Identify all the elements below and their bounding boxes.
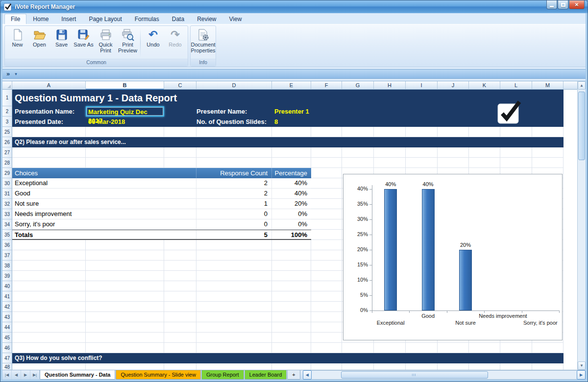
next-sheet-button[interactable]: ▶ <box>21 370 30 380</box>
slides-count-value[interactable]: 8 <box>272 117 301 127</box>
select-all-corner[interactable] <box>2 81 12 90</box>
column-header-a[interactable]: A <box>12 81 86 90</box>
row-header-30[interactable]: 30 <box>2 178 12 189</box>
scroll-right-icon[interactable]: ▶ <box>577 370 586 380</box>
column-header-d[interactable]: D <box>196 81 272 90</box>
percentage-cell: 0% <box>272 209 311 219</box>
scroll-down-icon[interactable]: ▼ <box>578 361 586 370</box>
first-sheet-button[interactable]: |◀ <box>2 370 12 380</box>
vertical-scrollbar[interactable]: ▲ ▼ <box>577 81 586 370</box>
ribbon-tab-insert[interactable]: Insert <box>55 14 82 24</box>
table-totals-row[interactable]: Totals 5 100% <box>12 230 311 240</box>
row-header-36[interactable]: 36 <box>2 240 12 250</box>
ribbon-tab-home[interactable]: Home <box>26 14 55 24</box>
table-row[interactable]: Good240% <box>12 189 311 199</box>
vertical-scroll-track[interactable] <box>578 90 586 361</box>
row-header-46[interactable]: 46 <box>2 343 12 353</box>
row-header-2[interactable]: 2 <box>2 106 12 117</box>
row-header-33[interactable]: 33 <box>2 209 12 219</box>
worksheet[interactable]: ABCDEFGHIJKLM 12325262728293031323334353… <box>2 81 577 370</box>
horizontal-scrollbar[interactable]: ◀ ▶ <box>303 370 586 380</box>
row-header-42[interactable]: 42 <box>2 302 12 312</box>
chart-object[interactable]: 0%5%10%15%20%25%30%35%40% 40%Exceptional… <box>343 174 563 340</box>
table-row[interactable]: Not sure120% <box>12 199 311 209</box>
active-cell-b2[interactable]: Marketing Quiz Dec 2017 <box>86 106 164 117</box>
row-header-31[interactable]: 31 <box>2 189 12 199</box>
sheet-tab-question-summary-data[interactable]: Question Summary - Data <box>40 370 115 380</box>
horizontal-scroll-track[interactable] <box>312 370 577 380</box>
column-header-f[interactable]: F <box>311 81 342 90</box>
sheet-tab-leader-board[interactable]: Leader Board <box>245 370 287 380</box>
row-header-39[interactable]: 39 <box>2 271 12 281</box>
save-button[interactable]: Save <box>50 27 73 59</box>
chart-x-axis <box>372 310 560 311</box>
ribbon-tab-review[interactable]: Review <box>191 14 222 24</box>
toolbar-dropdown-icon[interactable]: ▾ <box>15 72 17 76</box>
scroll-up-icon[interactable]: ▲ <box>578 81 586 90</box>
ribbon-tab-view[interactable]: View <box>223 14 248 24</box>
table-row[interactable]: Sorry, it's poor00% <box>12 219 311 230</box>
print-preview-button[interactable]: Print Preview <box>117 27 139 59</box>
row-header-48[interactable]: 48 <box>2 363 12 370</box>
undo-button[interactable]: ↶ Undo <box>142 27 164 59</box>
row-header-44[interactable]: 44 <box>2 322 12 333</box>
column-header-b[interactable]: B <box>86 81 164 90</box>
ribbon-tab-data[interactable]: Data <box>166 14 191 24</box>
column-header-m[interactable]: M <box>532 81 564 90</box>
previous-sheet-button[interactable]: ◀ <box>12 370 21 380</box>
redo-button[interactable]: ↷ Redo <box>164 27 186 59</box>
column-header-h[interactable]: H <box>374 81 406 90</box>
row-header-47[interactable]: 47 <box>2 353 12 363</box>
sheet-tab-question-summary-slide-view[interactable]: Question Summary - Slide view <box>116 370 200 380</box>
row-header-35[interactable]: 35 <box>2 230 12 240</box>
maximize-button[interactable] <box>558 0 568 9</box>
close-button[interactable]: ✕ <box>569 0 585 9</box>
document-properties-button[interactable]: Document Properties <box>192 27 214 59</box>
row-header-45[interactable]: 45 <box>2 333 12 343</box>
horizontal-scroll-thumb[interactable] <box>341 371 488 379</box>
sheet-tab-[interactable]: + <box>287 370 300 380</box>
table-row[interactable]: Needs improvement00% <box>12 209 311 219</box>
question2-banner[interactable]: Q2) Please rate our after sales service.… <box>12 137 564 147</box>
open-button[interactable]: Open <box>28 27 50 59</box>
row-header-41[interactable]: 41 <box>2 291 12 302</box>
minimize-button[interactable] <box>546 0 557 9</box>
row-header-27[interactable]: 27 <box>2 147 12 158</box>
row-header-25[interactable]: 25 <box>2 127 12 137</box>
presenter-name-value[interactable]: Presenter 1 <box>272 106 331 117</box>
row-header-43[interactable]: 43 <box>2 312 12 322</box>
quick-print-button[interactable]: Quick Print <box>95 27 117 59</box>
row-header-34[interactable]: 34 <box>2 219 12 230</box>
question3-banner[interactable]: Q3) How do you solve conflict? <box>12 353 564 363</box>
column-header-l[interactable]: L <box>500 81 532 90</box>
new-button[interactable]: New <box>6 27 28 59</box>
ribbon-tab-formulas[interactable]: Formulas <box>128 14 166 24</box>
row-header-3[interactable]: 3 <box>2 117 12 127</box>
row-header-29[interactable]: 29 <box>2 168 12 178</box>
row-header-32[interactable]: 32 <box>2 199 12 209</box>
expand-toolbar-icon[interactable]: » <box>6 70 10 77</box>
presented-date-value[interactable]: 06-Mar-2018 <box>86 117 164 127</box>
row-header-1[interactable]: 1 <box>2 90 12 106</box>
column-header-c[interactable]: C <box>164 81 196 90</box>
table-row[interactable]: Exceptional240% <box>12 178 311 189</box>
column-header-k[interactable]: K <box>469 81 500 90</box>
column-header-i[interactable]: I <box>406 81 438 90</box>
column-header-g[interactable]: G <box>342 81 374 90</box>
ribbon-tab-file[interactable]: File <box>4 14 26 24</box>
last-sheet-button[interactable]: ▶| <box>30 370 40 380</box>
row-header-28[interactable]: 28 <box>2 158 12 168</box>
column-header-e[interactable]: E <box>272 81 311 90</box>
save-as-button[interactable]: Save As <box>73 27 95 59</box>
row-header-26[interactable]: 26 <box>2 137 12 147</box>
vertical-scroll-thumb[interactable] <box>578 92 585 160</box>
row-header-38[interactable]: 38 <box>2 261 12 271</box>
sheet-content[interactable]: Question Summary 1 - Data Report Present… <box>12 90 564 370</box>
scroll-left-icon[interactable]: ◀ <box>303 370 312 380</box>
column-header-j[interactable]: J <box>438 81 469 90</box>
ribbon-tab-page-layout[interactable]: Page Layout <box>82 14 128 24</box>
row-header-37[interactable]: 37 <box>2 250 12 261</box>
row-header-40[interactable]: 40 <box>2 281 12 291</box>
sheet-tab-group-report[interactable]: Group Report <box>201 370 244 380</box>
title-bar[interactable]: iVote Report Manager ✕ <box>0 0 588 13</box>
